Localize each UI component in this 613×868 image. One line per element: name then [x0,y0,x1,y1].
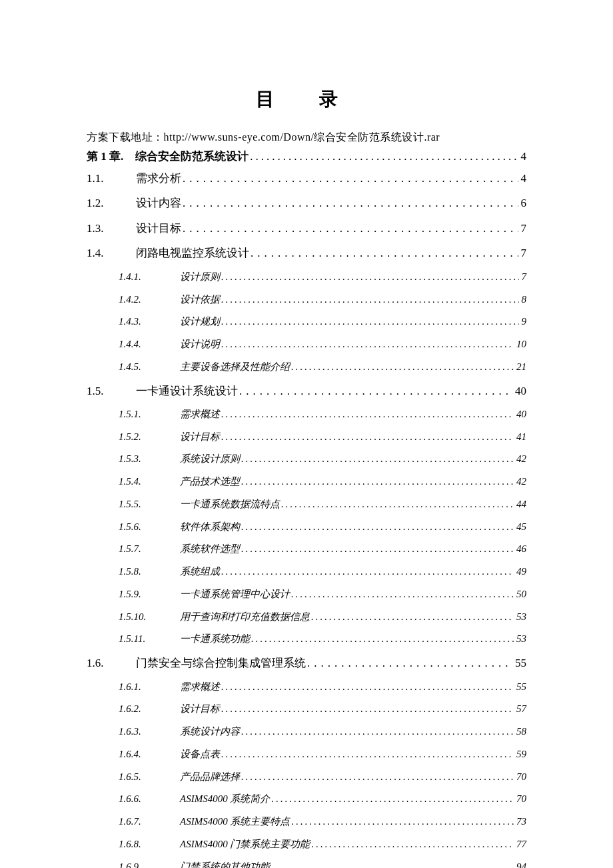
toc-entry-label: 系统设计内容 [180,723,240,741]
toc-entry-page: 41 [516,428,526,447]
toc-entry-label: 门禁安全与综合控制集成管理系统 [136,653,306,673]
toc-entry-label: 设计目标 [180,428,220,447]
toc-entry-number: 1.5.8. [119,563,172,581]
toc-leader-dots [183,193,518,213]
toc-entry: 第 1 章.综合安全防范系统设计4 [87,149,526,164]
toc-entry-page: 7 [522,268,527,287]
toc-entry-page: 4 [521,150,527,163]
toc-entry: 1.5.1.需求概述40 [87,405,526,424]
toc-entry-number: 1.5.9. [119,585,172,604]
toc-entry-page: 55 [516,678,526,697]
toc-leader-dots [271,858,514,868]
toc-entry-number: 1.4.1. [119,268,172,287]
toc-entry-number: 1.5. [87,381,124,401]
toc-entry: 1.6.7.ASIMS4000 系统主要特点73 [87,813,526,831]
toc-entry-page: 73 [516,813,526,831]
toc-entry-label: 系统设计原则 [180,450,240,469]
toc-entry: 1.5.10.用于查询和打印充值数据信息53 [87,608,526,627]
toc-entry-number: 1.6.8. [119,835,172,854]
toc-entry-page: 42 [516,473,526,491]
toc-leader-dots [183,168,518,189]
toc-leader-dots [239,381,512,401]
toc-entry-number: 1.5.7. [119,540,172,559]
toc-entry-label: 用于查询和打印充值数据信息 [180,608,310,627]
toc-entry-number: 1.4.5. [119,358,172,377]
toc-leader-dots [221,678,514,697]
toc-entry-page: 6 [521,193,527,213]
toc-entry: 1.1.需求分析4 [87,168,526,189]
toc-entry-label: 系统组成 [180,563,220,581]
toc-entry-number: 1.6. [87,653,124,673]
toc-entry: 1.4.1.设计原则7 [87,268,526,287]
table-of-contents: 第 1 章.综合安全防范系统设计41.1.需求分析41.2.设计内容61.3.设… [87,149,526,868]
toc-entry-label: 需求概述 [180,405,220,424]
toc-entry-page: 46 [516,540,526,559]
toc-entry-number: 1.5.4. [119,473,172,491]
download-url-line: 方案下载地址：http://www.suns-eye.com/Down/综合安全… [87,131,526,145]
toc-entry-page: 94 [516,858,526,868]
toc-entry-label: 设计说明 [180,335,220,354]
toc-entry-label: 系统软件选型 [180,540,240,559]
toc-entry: 1.6.1.需求概述55 [87,678,526,697]
toc-entry-number: 1.5.11. [119,630,172,649]
toc-entry: 1.2.设计内容6 [87,193,526,213]
toc-entry: 1.5.3.系统设计原则42 [87,450,526,469]
toc-entry-label: 设计目标 [136,218,181,239]
toc-entry-label: 综合安全防范系统设计 [135,149,249,164]
toc-entry-label: ASIMS4000 系统简介 [180,790,270,809]
toc-entry: 1.6.8.ASIMS4000 门禁系统主要功能77 [87,835,526,854]
toc-entry-page: 42 [516,450,526,469]
toc-entry-number: 1.4.4. [119,335,172,354]
toc-leader-dots [291,813,514,831]
toc-leader-dots [271,790,514,809]
toc-entry-number: 第 1 章. [87,149,123,164]
toc-entry-page: 7 [521,218,527,239]
toc-leader-dots [307,653,512,673]
toc-entry-number: 1.5.2. [119,428,172,447]
toc-entry-label: 设计内容 [136,193,181,213]
toc-entry-page: 21 [516,358,526,377]
toc-entry: 1.4.5.主要设备选择及性能介绍21 [87,358,526,377]
toc-entry: 1.6.6.ASIMS4000 系统简介70 [87,790,526,809]
toc-entry-label: 一卡通系统管理中心设计 [180,585,290,604]
toc-leader-dots [183,218,518,239]
toc-entry-number: 1.6.9. [119,858,172,868]
toc-entry-label: 设计依据 [180,291,220,309]
toc-leader-dots [291,585,514,604]
toc-entry-page: 55 [515,653,526,673]
toc-entry: 1.5.7.系统软件选型46 [87,540,526,559]
toc-entry: 1.6.门禁安全与综合控制集成管理系统55 [87,653,526,673]
toc-entry-number: 1.5.1. [119,405,172,424]
toc-entry-number: 1.6.2. [119,700,172,719]
toc-entry: 1.6.3.系统设计内容58 [87,723,526,741]
toc-leader-dots [291,358,514,377]
toc-entry-page: 49 [516,563,526,581]
toc-entry-label: 设备点表 [180,745,220,764]
toc-entry-label: ASIMS4000 门禁系统主要功能 [180,835,310,854]
toc-entry: 1.5.8.系统组成49 [87,563,526,581]
toc-entry-number: 1.4.3. [119,313,172,331]
toc-entry: 1.4.3.设计规划9 [87,313,526,331]
toc-entry-number: 1.4.2. [119,291,172,309]
page-title: 目 录 [87,87,526,112]
toc-leader-dots [221,313,519,331]
toc-entry-label: 门禁系统的其他功能 [180,858,270,868]
toc-entry-page: 50 [516,585,526,604]
toc-entry-number: 1.4. [87,243,124,263]
toc-leader-dots [221,405,514,424]
toc-entry-page: 53 [516,630,526,649]
toc-leader-dots [221,745,514,764]
toc-entry-page: 57 [516,700,526,719]
toc-entry-label: 设计原则 [180,268,220,287]
toc-entry: 1.5.11.一卡通系统功能53 [87,630,526,649]
toc-leader-dots [221,563,514,581]
toc-entry-label: 闭路电视监控系统设计 [136,243,249,263]
toc-entry-page: 70 [516,768,526,787]
toc-leader-dots [241,540,514,559]
toc-leader-dots [311,835,514,854]
toc-leader-dots [221,335,514,354]
toc-entry-number: 1.6.6. [119,790,172,809]
toc-entry-label: ASIMS4000 系统主要特点 [180,813,290,831]
toc-entry-label: 一卡通系统数据流特点 [180,495,280,514]
toc-entry-number: 1.3. [87,218,124,239]
